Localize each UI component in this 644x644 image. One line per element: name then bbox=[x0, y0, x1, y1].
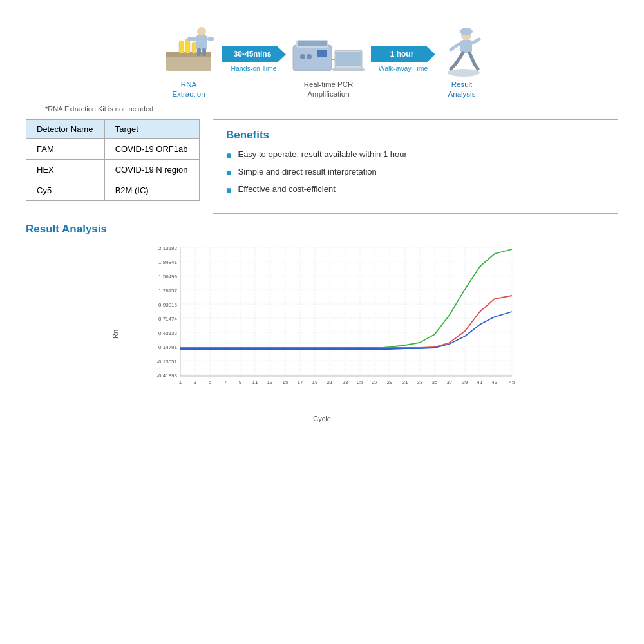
svg-rect-0 bbox=[166, 55, 211, 71]
info-row: Detector Name Target FAMCOVID-19 ORF1abH… bbox=[26, 119, 618, 214]
rna-extraction-icon bbox=[160, 19, 218, 77]
svg-point-15 bbox=[300, 54, 305, 59]
benefits-title: Benefits bbox=[226, 129, 605, 142]
workflow-section: RNAExtraction 30-45mins Hands-on Time bbox=[26, 13, 618, 102]
target-cell: COVID-19 N region bbox=[104, 159, 199, 180]
svg-rect-14 bbox=[317, 50, 327, 57]
step2-label: Real-time PCRAmplification bbox=[304, 80, 354, 99]
svg-rect-10 bbox=[202, 48, 206, 56]
svg-text:11: 11 bbox=[252, 379, 258, 385]
svg-text:35: 35 bbox=[432, 379, 438, 385]
svg-text:39: 39 bbox=[462, 379, 468, 385]
svg-text:15: 15 bbox=[283, 379, 289, 385]
svg-rect-8 bbox=[207, 37, 214, 41]
svg-text:21: 21 bbox=[327, 379, 333, 385]
svg-text:23: 23 bbox=[343, 379, 348, 385]
benefit-item: ■Easy to operate, result available withi… bbox=[226, 149, 605, 160]
arrow2-sub: Walk-away Time bbox=[379, 64, 428, 72]
svg-rect-6 bbox=[196, 35, 207, 50]
benefits-list: ■Easy to operate, result available withi… bbox=[226, 149, 605, 195]
svg-text:19: 19 bbox=[312, 379, 318, 385]
target-cell: COVID-19 ORF1ab bbox=[104, 138, 199, 159]
pcr-machine-icon bbox=[290, 19, 367, 77]
benefit-bullet: ■ bbox=[226, 185, 231, 195]
svg-line-25 bbox=[451, 43, 460, 50]
svg-line-28 bbox=[451, 64, 455, 69]
result-person-icon bbox=[439, 19, 484, 77]
svg-text:1.56499: 1.56499 bbox=[158, 274, 177, 279]
svg-text:37: 37 bbox=[447, 379, 453, 385]
svg-line-27 bbox=[455, 53, 463, 64]
svg-text:9: 9 bbox=[239, 379, 242, 385]
svg-text:2.13182: 2.13182 bbox=[158, 247, 177, 251]
step1-label: RNAExtraction bbox=[172, 80, 205, 99]
svg-text:25: 25 bbox=[357, 379, 363, 385]
detector-cell: HEX bbox=[26, 159, 105, 180]
svg-rect-3 bbox=[185, 39, 190, 53]
svg-text:0.43132: 0.43132 bbox=[158, 330, 177, 336]
arrow1: 30-45mins Hands-on Time bbox=[222, 46, 286, 72]
svg-line-26 bbox=[472, 39, 479, 43]
svg-text:33: 33 bbox=[417, 379, 423, 385]
chart-inner: 2.13182 1.84841 1.56499 1.26157 0.99816 … bbox=[155, 247, 515, 402]
svg-text:17: 17 bbox=[298, 379, 303, 385]
benefit-bullet: ■ bbox=[226, 150, 231, 160]
svg-text:5: 5 bbox=[209, 379, 212, 385]
benefit-text: Simple and direct result interpretation bbox=[238, 167, 376, 176]
page: RNAExtraction 30-45mins Hands-on Time bbox=[0, 0, 644, 644]
svg-rect-24 bbox=[460, 40, 472, 53]
step3-label: ResultAnalysis bbox=[448, 80, 476, 99]
col-detector: Detector Name bbox=[26, 119, 105, 138]
svg-text:-0.41893: -0.41893 bbox=[156, 373, 177, 379]
svg-point-5 bbox=[197, 27, 206, 36]
arrow2: 1 hour Walk-away Time bbox=[371, 46, 435, 72]
svg-text:13: 13 bbox=[267, 379, 273, 385]
svg-rect-9 bbox=[197, 48, 201, 56]
result-analysis-title: Result Analysis bbox=[26, 223, 618, 236]
benefit-item: ■Effective and cost-efficient bbox=[226, 184, 605, 195]
cy5-curve bbox=[180, 312, 512, 349]
svg-text:27: 27 bbox=[372, 379, 378, 385]
svg-text:3: 3 bbox=[194, 379, 197, 385]
svg-rect-7 bbox=[187, 37, 196, 41]
chart-svg: 2.13182 1.84841 1.56499 1.26157 0.99816 … bbox=[155, 247, 515, 402]
table-row: Cy5B2M (IC) bbox=[26, 180, 200, 200]
svg-text:1: 1 bbox=[179, 379, 182, 385]
svg-text:31: 31 bbox=[402, 379, 408, 385]
step-rna-extraction: RNAExtraction bbox=[160, 19, 218, 99]
svg-rect-11 bbox=[293, 45, 332, 71]
y-axis-label: Rn bbox=[111, 330, 119, 339]
svg-text:29: 29 bbox=[387, 379, 393, 385]
svg-text:7: 7 bbox=[224, 379, 227, 385]
target-cell: B2M (IC) bbox=[104, 180, 199, 200]
benefit-item: ■Simple and direct result interpretation bbox=[226, 167, 605, 178]
benefit-text: Easy to operate, result available within… bbox=[238, 149, 406, 159]
arrow1-sub: Hands-on Time bbox=[231, 64, 276, 72]
svg-text:-0.13551: -0.13551 bbox=[156, 359, 177, 365]
svg-text:45: 45 bbox=[509, 379, 515, 385]
svg-text:1.26157: 1.26157 bbox=[158, 288, 177, 294]
benefit-text: Effective and cost-efficient bbox=[238, 184, 335, 194]
svg-rect-19 bbox=[332, 68, 365, 71]
svg-rect-4 bbox=[192, 42, 196, 53]
benefits-box: Benefits ■Easy to operate, result availa… bbox=[213, 119, 618, 214]
svg-point-23 bbox=[460, 28, 473, 35]
svg-text:0.99816: 0.99816 bbox=[158, 302, 177, 308]
detector-cell: Cy5 bbox=[26, 180, 105, 200]
svg-rect-18 bbox=[336, 52, 361, 66]
step-pcr-amplification: Real-time PCRAmplification bbox=[290, 19, 367, 99]
chart-wrap: Rn bbox=[122, 241, 522, 428]
svg-text:1.84841: 1.84841 bbox=[158, 260, 177, 265]
chart-container: Rn bbox=[26, 241, 618, 428]
svg-rect-2 bbox=[179, 41, 184, 53]
table-row: HEXCOVID-19 N region bbox=[26, 159, 200, 180]
arrow1-shape: 30-45mins bbox=[222, 46, 286, 62]
svg-line-29 bbox=[469, 53, 475, 64]
detector-cell: FAM bbox=[26, 138, 105, 159]
svg-text:0.14791: 0.14791 bbox=[158, 345, 177, 350]
benefit-bullet: ■ bbox=[226, 167, 231, 178]
svg-point-21 bbox=[448, 69, 480, 77]
arrow2-shape: 1 hour bbox=[371, 46, 435, 62]
svg-text:43: 43 bbox=[492, 379, 498, 385]
svg-point-16 bbox=[307, 54, 312, 59]
